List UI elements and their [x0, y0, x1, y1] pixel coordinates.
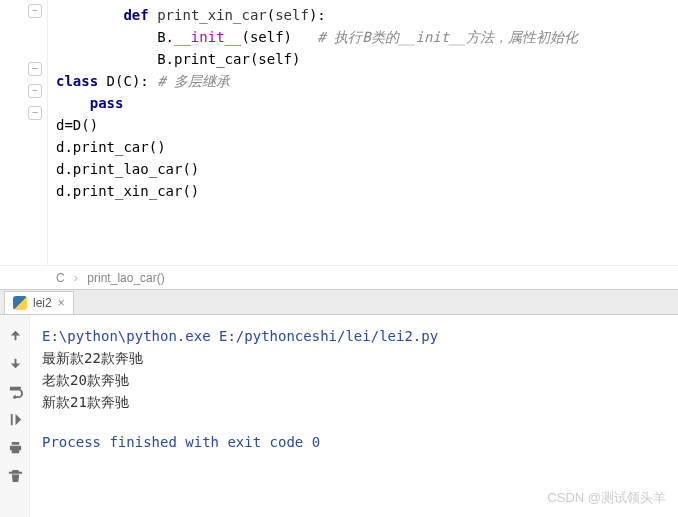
code-editor[interactable]: − − − − def print_xin_car(self): B.__ini…: [0, 0, 678, 265]
code-line[interactable]: d.print_car(): [48, 136, 678, 158]
console-toolbar: [0, 315, 30, 517]
scroll-to-end-icon[interactable]: [0, 405, 30, 433]
fold-collapse-icon[interactable]: −: [28, 106, 42, 120]
code-line[interactable]: d.print_xin_car(): [48, 180, 678, 202]
breadcrumb-class[interactable]: C: [56, 271, 65, 285]
run-tab[interactable]: lei2 ×: [4, 291, 74, 314]
fold-collapse-icon[interactable]: −: [28, 62, 42, 76]
code-line[interactable]: d=D(): [48, 114, 678, 136]
code-line[interactable]: d.print_lao_car(): [48, 158, 678, 180]
console-exit-status: Process finished with exit code 0: [42, 431, 666, 453]
breadcrumb[interactable]: C › print_lao_car(): [0, 265, 678, 289]
up-arrow-icon[interactable]: [0, 321, 30, 349]
code-line[interactable]: def print_xin_car(self):: [48, 4, 678, 26]
python-file-icon: [13, 296, 27, 310]
tab-label: lei2: [33, 296, 52, 310]
soft-wrap-icon[interactable]: [0, 377, 30, 405]
editor-gutter: − − − −: [0, 0, 48, 265]
console-command: E:\python\python.exe E:/pythonceshi/lei/…: [42, 325, 666, 347]
fold-collapse-icon[interactable]: −: [28, 84, 42, 98]
code-line[interactable]: class D(C): # 多层继承: [48, 70, 678, 92]
down-arrow-icon[interactable]: [0, 349, 30, 377]
run-tab-bar: lei2 ×: [0, 289, 678, 315]
watermark: CSDN @测试领头羊: [547, 487, 666, 509]
code-line[interactable]: B.print_car(self): [48, 48, 678, 70]
chevron-right-icon: ›: [74, 271, 78, 285]
console-output[interactable]: E:\python\python.exe E:/pythonceshi/lei/…: [30, 315, 678, 517]
fold-collapse-icon[interactable]: −: [28, 4, 42, 18]
code-area[interactable]: def print_xin_car(self): B.__init__(self…: [48, 0, 678, 265]
console-output-line: 新款21款奔驰: [42, 391, 666, 413]
console-output-line: 老款20款奔驰: [42, 369, 666, 391]
code-line[interactable]: B.__init__(self) # 执行B类的__init__方法，属性初始化: [48, 26, 678, 48]
code-line[interactable]: pass: [48, 92, 678, 114]
print-icon[interactable]: [0, 433, 30, 461]
breadcrumb-method[interactable]: print_lao_car(): [87, 271, 164, 285]
console-panel: E:\python\python.exe E:/pythonceshi/lei/…: [0, 315, 678, 517]
close-icon[interactable]: ×: [58, 296, 65, 310]
console-output-line: 最新款22款奔驰: [42, 347, 666, 369]
trash-icon[interactable]: [0, 461, 30, 489]
